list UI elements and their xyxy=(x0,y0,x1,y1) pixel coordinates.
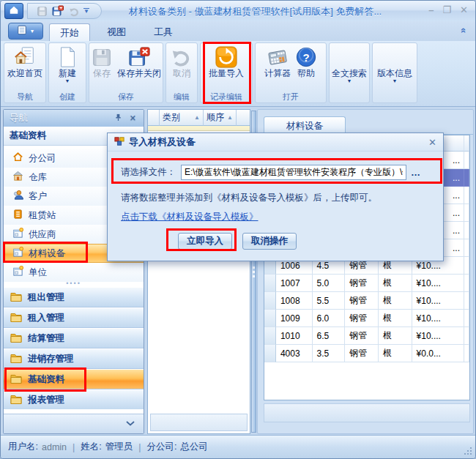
sidebar-item-label: 分公司 xyxy=(29,152,56,165)
ribbon-tab-1[interactable]: 视图 xyxy=(96,23,137,41)
chevron-down-icon: ▼ xyxy=(393,78,398,83)
ribbon-group-label: 编辑 xyxy=(166,92,197,102)
app-menu-icon xyxy=(17,25,27,38)
sidebar-group-2[interactable]: 结算管理 xyxy=(4,328,144,348)
sidebar-item-label: 仓库 xyxy=(29,171,47,184)
cell-filler xyxy=(464,169,469,187)
column-header-label: 类别 xyxy=(163,111,180,124)
ribbon-button-0-0[interactable]: 欢迎首页 xyxy=(6,45,44,79)
sidebar-group-label: 租入管理 xyxy=(28,312,64,324)
cell-filler xyxy=(464,345,469,362)
column-header-0[interactable]: 类别▲ xyxy=(160,110,204,126)
table-header-filler: ▼ xyxy=(464,135,469,152)
ribbon-group-label: 创建 xyxy=(49,92,86,102)
import-now-button[interactable]: 立即导入 xyxy=(178,233,232,250)
template-download-link[interactable]: 点击下载《材料及设备导入模板》 xyxy=(121,211,259,223)
sidebar-bottom-bar[interactable] xyxy=(4,414,144,433)
table-row-5[interactable]: 40033.5钢管根¥0.0... xyxy=(264,345,469,362)
status-label: 姓名: xyxy=(81,441,101,453)
ribbon-group-label xyxy=(330,92,369,102)
ribbon-button-label: 帮助 xyxy=(297,68,315,78)
sidebar-close-icon[interactable]: ✕ xyxy=(130,113,136,123)
ribbon-button-5-0[interactable]: 计算器 xyxy=(263,45,292,79)
cell-spec: 5.5 xyxy=(313,292,346,310)
close-button[interactable]: ✕ xyxy=(460,5,468,15)
row-indicator xyxy=(264,327,276,345)
quick-save-icon[interactable] xyxy=(35,4,48,18)
table-row-1[interactable]: 10075.0钢管根¥10.... xyxy=(264,275,469,292)
cell-unit: 根 xyxy=(379,327,412,345)
home-icon xyxy=(9,4,19,18)
import-dialog: 导入材料及设备 ✕ 请选择文件： … 请将数据整理并添加到《材料及设备导入模板》… xyxy=(107,133,444,261)
resize-grip[interactable] xyxy=(464,447,472,455)
cell-spec: 6.5 xyxy=(313,327,346,345)
sidebar-group-0[interactable]: 租出管理 xyxy=(4,287,144,307)
window-title: 材料设备类别 - 傲蓝建材租赁管理软件[试用版本] 免费解答... xyxy=(129,5,382,18)
cell-filler xyxy=(464,292,469,310)
maximize-button[interactable]: ❐ xyxy=(442,5,451,15)
home-button[interactable] xyxy=(4,3,23,19)
column-header-1[interactable]: 顺序▲ xyxy=(204,110,237,126)
ribbon-button-5-1[interactable]: ?帮助 xyxy=(294,45,319,79)
sidebar-item-label: 材料设备 xyxy=(29,247,65,260)
sidebar-group-3[interactable]: 进销存管理 xyxy=(4,348,144,368)
ribbon-button-7-0[interactable]: 版本信息▼ xyxy=(376,45,414,84)
ribbon-button-2-0[interactable]: 保存 xyxy=(89,45,114,79)
header-dropdown-icon[interactable]: ▼ xyxy=(469,138,469,149)
cell-filler xyxy=(464,275,469,292)
cell-name: 钢管 xyxy=(345,345,379,362)
ribbon-collapse-icon[interactable]: « xyxy=(458,28,469,33)
quick-undo-icon[interactable] xyxy=(67,4,81,18)
table-row-4[interactable]: 10106.5钢管根¥10.... xyxy=(264,327,469,345)
ribbon-button-label: 批量导入 xyxy=(209,68,244,78)
cell-name: 钢管 xyxy=(345,327,379,345)
ribbon-tab-2[interactable]: 工具 xyxy=(143,23,184,41)
pin-icon[interactable] xyxy=(114,113,122,123)
quick-save-close-icon[interactable] xyxy=(51,4,64,18)
cell-spec: 3.5 xyxy=(313,345,346,362)
cell-filler xyxy=(464,310,469,327)
ribbon-button-6-0[interactable]: 全文搜索▼ xyxy=(330,45,368,84)
chevron-down-icon: ▼ xyxy=(65,78,70,83)
ribbon-button-3-0[interactable]: 取消 xyxy=(169,45,194,79)
ribbon-group-label: 记录编辑 xyxy=(201,92,252,102)
folder-icon xyxy=(10,291,22,304)
ribbon-button-4-0[interactable]: 批量导入 xyxy=(207,45,245,79)
table-row-3[interactable]: 10096.0钢管根¥10.... xyxy=(264,310,469,327)
application-menu-button[interactable]: ▼ xyxy=(8,23,43,40)
cell-spec: 5.0 xyxy=(313,275,346,292)
table-row-2[interactable]: 10085.5钢管根¥10.... xyxy=(264,292,469,310)
qat-overflow-icon[interactable]: ▼ xyxy=(83,8,89,14)
ribbon-group-2: 保存保存并关闭保存 xyxy=(89,42,163,103)
ribbon-group-5: 计算器?帮助打开 xyxy=(255,42,327,103)
sidebar-group-label: 进销存管理 xyxy=(28,353,74,365)
folder-icon xyxy=(10,332,22,345)
ribbon-button-1-0[interactable]: 新建▼ xyxy=(55,45,80,84)
sidebar-splitter-handle[interactable]: •••• xyxy=(4,282,144,287)
cell-price: ¥10.... xyxy=(412,275,464,292)
cancel-operation-button[interactable]: 取消操作 xyxy=(242,233,297,250)
sidebar-group-1[interactable]: 租入管理 xyxy=(4,307,144,327)
row-indicator xyxy=(264,345,276,362)
chevron-down-icon: ▼ xyxy=(347,78,352,83)
ribbon-tab-0[interactable]: 开始 xyxy=(49,23,90,41)
cell-unit: 根 xyxy=(379,345,412,362)
sidebar-caption: 导航 ✕ xyxy=(4,110,144,127)
sidebar-group-4[interactable]: 基础资料 xyxy=(4,369,144,389)
cell-code: 1009 xyxy=(276,310,313,327)
status-value: admin xyxy=(42,442,67,452)
dialog-close-icon[interactable]: ✕ xyxy=(428,137,436,148)
sidebar-group-5[interactable]: 报表管理 xyxy=(4,389,144,409)
dialog-icon xyxy=(114,136,124,149)
filter-row[interactable] xyxy=(148,126,250,131)
cell-unit: 根 xyxy=(379,292,412,310)
browse-button[interactable]: … xyxy=(411,167,421,178)
file-path-input[interactable] xyxy=(181,165,406,180)
chevron-down-icon: ▼ xyxy=(30,29,35,34)
dialog-titlebar[interactable]: 导入材料及设备 ✕ xyxy=(108,133,443,152)
sidebar-group-label: 报表管理 xyxy=(28,394,64,406)
ribbon-button-2-1[interactable]: 保存并关闭 xyxy=(116,45,163,79)
folder-icon xyxy=(10,373,22,386)
status-bar: 用户名:admin|姓名:管理员|分公司:总公司 xyxy=(1,435,475,458)
minimize-button[interactable]: – xyxy=(428,5,434,15)
